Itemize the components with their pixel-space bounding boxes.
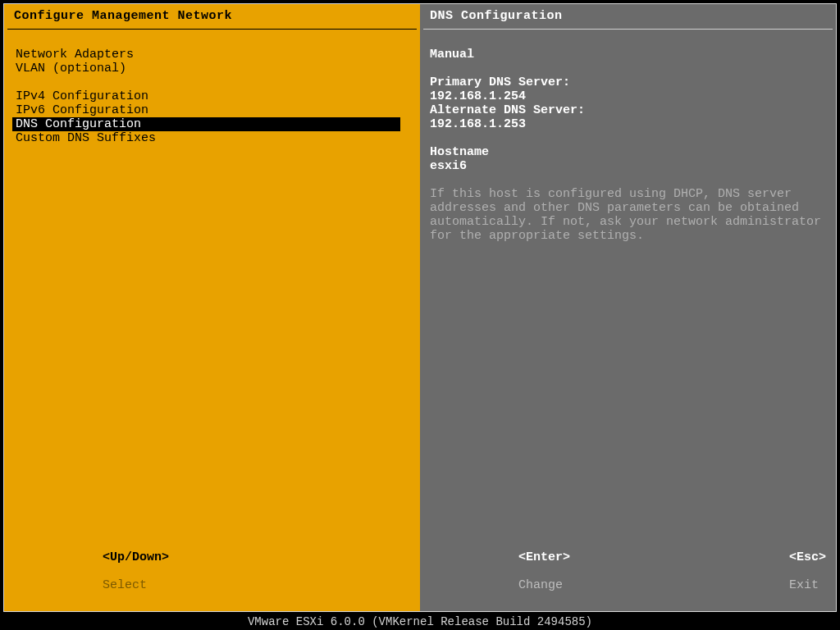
hostname-label: Hostname <box>430 145 826 159</box>
dns-servers-block: Primary DNS Server: 192.168.1.254 Altern… <box>430 75 826 131</box>
help-text: If this host is configured using DHCP, D… <box>430 187 824 243</box>
right-panel: DNS Configuration Manual Primary DNS Ser… <box>420 4 836 611</box>
alternate-dns-label: Alternate DNS Server: <box>430 103 826 117</box>
status-bar: VMware ESXi 6.0.0 (VMKernel Release Buil… <box>0 614 840 630</box>
dns-mode: Manual <box>430 48 826 62</box>
left-panel: Configure Management Network Network Ada… <box>4 4 420 611</box>
left-panel-title: Configure Management Network <box>4 4 420 29</box>
right-panel-body: Manual Primary DNS Server: 192.168.1.254… <box>420 30 836 587</box>
hostname-value: esxi6 <box>430 159 826 173</box>
primary-dns-label: Primary DNS Server: <box>430 75 826 89</box>
hostname-block: Hostname esxi6 <box>430 145 826 173</box>
menu-item-custom-dns-suffixes[interactable]: Custom DNS Suffixes <box>14 131 410 145</box>
alternate-dns-value: 192.168.1.253 <box>430 117 826 131</box>
primary-dns-value: 192.168.1.254 <box>430 89 826 103</box>
panel-frame: Configure Management Network Network Ada… <box>3 3 837 612</box>
right-panel-footer: <Enter> Change <Esc> Exit <box>420 587 836 611</box>
menu-group: Network Adapters VLAN (optional) <box>14 48 410 75</box>
menu-item-dns-configuration[interactable]: DNS Configuration <box>12 117 400 131</box>
menu-item-vlan[interactable]: VLAN (optional) <box>14 62 410 75</box>
menu-item-ipv6[interactable]: IPv6 Configuration <box>14 103 410 117</box>
left-panel-body: Network Adapters VLAN (optional) IPv4 Co… <box>4 30 420 587</box>
menu-item-network-adapters[interactable]: Network Adapters <box>14 48 410 62</box>
dcui-screen: Configure Management Network Network Ada… <box>0 0 840 630</box>
menu-item-ipv4[interactable]: IPv4 Configuration <box>14 89 410 103</box>
right-panel-title: DNS Configuration <box>420 4 836 29</box>
menu-group: IPv4 Configuration IPv6 Configuration DN… <box>14 89 410 145</box>
left-panel-footer: <Up/Down> Select <box>4 587 420 611</box>
